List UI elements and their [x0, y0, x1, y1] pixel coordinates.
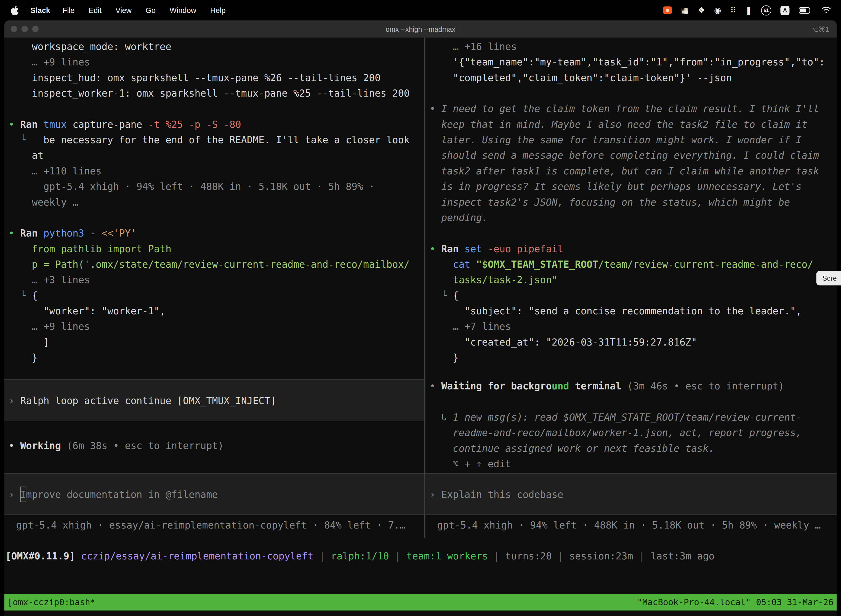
terminal-line: … +110 lines [9, 163, 424, 179]
text-segment: … +16 lines [429, 41, 517, 52]
text-segment: ] [9, 336, 49, 348]
terminal-line: └ be necessary for the end of the README… [9, 132, 424, 147]
text-segment: tmux [44, 119, 73, 130]
terminal-line: … +9 lines [9, 319, 424, 334]
text-segment: ralph:1/10 [331, 550, 389, 562]
text-segment: turns:20 [505, 550, 552, 562]
text-segment: "worker": "worker-1", [9, 305, 166, 317]
text-segment: keep that in mind. Maybe I also need the… [429, 119, 807, 130]
terminal-line: later. Using the same for transition mig… [429, 132, 837, 147]
text-segment: 1 new msg(s): read $OMX_TEAM_STATE_ROOT/… [453, 412, 801, 423]
terminal-line: is in progress? It seems likely but perh… [429, 179, 837, 194]
text-segment: inspect task2's JSON, focusing on the st… [429, 196, 790, 208]
menu-list: FileEditViewGoWindowHelp [56, 6, 233, 14]
terminal-line: workspace_mode: worktree [9, 39, 424, 54]
terminal-line: weekly … [9, 194, 424, 210]
right-pane[interactable]: … +16 lines '{"team_name":"my-team","tas… [425, 38, 837, 538]
left-pane[interactable]: workspace_mode: worktree … +9 lines insp… [4, 38, 424, 538]
terminal-line: └ { [429, 287, 837, 303]
ralph-loop-banner[interactable]: › Ralph loop active continue [OMX_TMUX_I… [4, 379, 424, 421]
menu-help[interactable]: Help [203, 6, 233, 14]
text-segment: task2 after task1 is complete, but can I… [429, 165, 819, 177]
text-segment: be necessary for the end of the README. … [44, 134, 410, 145]
tmux-host-clock: "MacBook-Pro-44.local" 05:03 31-Mar-26 [637, 597, 834, 607]
text-segment: cczip/essay/ai-reimplementation-copyleft [81, 550, 314, 562]
apple-icon [11, 6, 19, 15]
terminal-line: should send a message before completing … [429, 148, 837, 163]
text-segment: | [314, 550, 331, 562]
text-segment: Ralph loop active continue [OMX_TMUX_INJ… [20, 392, 276, 408]
pane-status-line: gpt-5.4 xhigh · essay/ai-reimplementatio… [16, 517, 405, 532]
text-segment: readme-and-reco/mailbox/worker-1.json, a… [429, 427, 801, 438]
text-segment: - [90, 227, 101, 239]
text-segment: gpt-5.4 xhigh · 94% left · 488K in · 5.1… [437, 519, 820, 531]
battery-icon[interactable] [799, 7, 812, 13]
text-segment: set [464, 243, 488, 254]
text-segment: Working [20, 440, 67, 451]
thinking-text: • I need to get the claim token from the… [429, 101, 837, 116]
menu-bar: Slack FileEditViewGoWindowHelp ▦ ❖ ◉ ⠿ ❚… [0, 0, 841, 21]
text-segment: • [9, 119, 20, 130]
text-segment: p = Path('.omx/state/team/review-current… [9, 259, 410, 270]
dots-grid-icon[interactable]: ⠿ [730, 6, 736, 14]
gauge-icon[interactable]: 61 [761, 5, 771, 15]
text-segment: • [9, 440, 20, 451]
pane-status-line: gpt-5.4 xhigh · 94% left · 488K in · 5.1… [437, 517, 820, 532]
text-segment: • [9, 227, 20, 239]
text-segment: inspect_hud: omx sparkshell --tmux-pane … [9, 72, 381, 83]
text-segment: weekly … [9, 196, 78, 208]
grid-icon[interactable]: ▦ [681, 6, 689, 14]
pill-icon[interactable]: ❚ [745, 6, 752, 14]
text-segment: I need to get the claim token from the c… [441, 103, 819, 114]
terminal-line: pending. [429, 210, 837, 225]
terminal-line: ] [9, 334, 424, 350]
tmux-session-name: [omx-cczip0:bash* [7, 597, 95, 607]
terminal-line: tasks/task-2.json" [429, 272, 837, 287]
menu-go[interactable]: Go [139, 6, 163, 14]
screen-share-popup[interactable]: Scre [816, 271, 841, 285]
input-source-icon[interactable]: A [780, 6, 790, 15]
text-segment: └ [9, 290, 32, 301]
desktop: Slack FileEditViewGoWindowHelp ▦ ❖ ◉ ⠿ ❚… [0, 0, 841, 616]
tmux-status-bar: [omx-cczip0:bash* "MacBook-Pro-44.local"… [4, 594, 837, 610]
text-segment: und [552, 380, 569, 392]
text-segment: later. Using the same for transition mig… [429, 134, 801, 145]
prompt-input[interactable]: › Improve documentation in @filename [4, 473, 424, 515]
screen-recording-indicator-icon[interactable] [663, 6, 672, 14]
text-segment: gpt-5.4 xhigh · 94% left · 488K in · 5.1… [9, 181, 375, 192]
text-segment: } [9, 352, 38, 363]
text-segment: python3 [44, 227, 90, 239]
prompt-input[interactable]: › Explain this codebase [425, 473, 837, 515]
mailbox-notice: ↳ 1 new msg(s): read $OMX_TEAM_STATE_ROO… [429, 409, 837, 425]
menu-edit[interactable]: Edit [82, 6, 108, 14]
text-segment [429, 259, 453, 270]
text-segment: Explain this codebase [441, 486, 563, 502]
menu-view[interactable]: View [108, 6, 139, 14]
text-cursor: I [20, 486, 26, 502]
circle-app-icon[interactable]: ◉ [714, 6, 721, 14]
dropbox-icon[interactable]: ❖ [698, 6, 705, 14]
terminal-line: } [429, 350, 837, 365]
window-titlebar[interactable]: omx --xhigh --madmax ⌥⌘1 [4, 21, 837, 38]
text-segment: Ran [20, 119, 43, 130]
text-segment: pending. [429, 212, 488, 223]
menu-bar-status-icons: ▦ ❖ ◉ ⠿ ❚ 61 A [663, 5, 831, 15]
window-title: omx --xhigh --madmax [4, 25, 837, 33]
text-segment: from pathlib import Path [9, 243, 171, 254]
text-segment: session:23m [569, 550, 633, 562]
wifi-icon[interactable] [821, 6, 831, 14]
text-segment: <<'PY' [101, 227, 136, 239]
app-menu-name[interactable]: Slack [31, 6, 50, 14]
terminal-line: "completed","claim_token":"claim-token"}… [429, 70, 837, 85]
apple-menu[interactable] [11, 6, 19, 15]
terminal-line: '{"team_name":"my-team","task_id":"1","f… [429, 54, 837, 70]
terminal-line: inspect_hud: omx sparkshell --tmux-pane … [9, 70, 424, 85]
text-segment: • [429, 380, 441, 392]
terminal-line: ⌥ + ↑ edit [429, 456, 837, 471]
window-shortcut-hint: ⌥⌘1 [810, 25, 829, 33]
text-segment: Ran [20, 227, 43, 239]
menu-window[interactable]: Window [163, 6, 203, 14]
text-segment: … +9 lines [9, 56, 90, 67]
menu-file[interactable]: File [56, 6, 81, 14]
text-segment: ↳ [429, 412, 453, 423]
